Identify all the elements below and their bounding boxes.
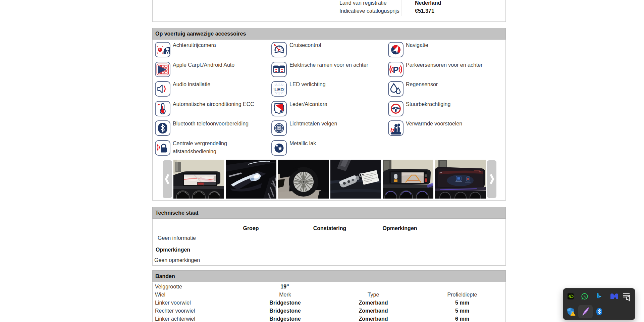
svg-text:P: P bbox=[393, 65, 398, 75]
svg-text:LED: LED bbox=[274, 87, 284, 92]
svg-text:A: A bbox=[279, 109, 283, 114]
